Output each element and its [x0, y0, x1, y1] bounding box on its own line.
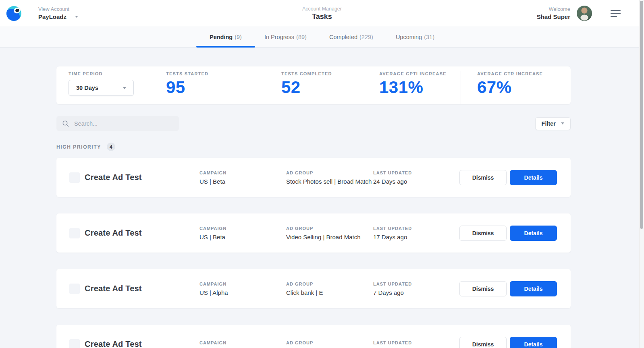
- task-thumbnail: [69, 228, 80, 238]
- details-button[interactable]: Details: [510, 226, 557, 241]
- campaign-label: CAMPAIGN: [199, 170, 286, 175]
- welcome-label: Welcome: [537, 6, 570, 12]
- chevron-down-icon: [75, 16, 78, 18]
- campaign-label: CAMPAIGN: [199, 340, 286, 345]
- tab-bar: Pending (9) In Progress (89) Completed (…: [0, 27, 644, 48]
- time-period-column: TIME PERIOD 30 Days: [56, 71, 166, 104]
- avatar[interactable]: [577, 6, 592, 21]
- task-card: Create Ad Test CAMPAIGN US | Beta AD GRO…: [56, 213, 571, 253]
- stat-value: 95: [166, 79, 265, 96]
- tab-completed[interactable]: Completed (229): [329, 27, 373, 47]
- tab-count: (89): [296, 34, 307, 40]
- task-actions: Dismiss Details: [459, 226, 571, 241]
- stat-average-cpti-increase: AVERAGE CPTI INCREASE 131%: [363, 71, 461, 104]
- stat-value: 52: [281, 79, 363, 96]
- tab-in-progress[interactable]: In Progress (89): [264, 27, 307, 47]
- task-campaign: CAMPAIGN: [199, 340, 286, 348]
- stat-label: TESTS STARTED: [166, 71, 265, 76]
- dismiss-button[interactable]: Dismiss: [459, 170, 507, 185]
- task-title: Create Ad Test: [85, 173, 142, 182]
- task-last-updated: LAST UPDATED 17 Days ago: [373, 226, 459, 240]
- dismiss-button[interactable]: Dismiss: [459, 337, 507, 348]
- toolbar: Filter: [56, 116, 571, 131]
- campaign-value: US | Beta: [199, 178, 286, 185]
- priority-count-badge: 4: [107, 143, 115, 151]
- task-ad-group: AD GROUP Stock Photos sell | Broad Match: [286, 170, 373, 185]
- ad-group-label: AD GROUP: [286, 226, 373, 231]
- ad-group-value: Video Selling | Broad Match: [286, 234, 373, 240]
- last-updated-value: 24 Days ago: [373, 178, 459, 185]
- tab-count: (229): [359, 34, 373, 40]
- task-last-updated: LAST UPDATED: [373, 340, 459, 348]
- tab-upcoming[interactable]: Upcoming (31): [396, 27, 434, 47]
- task-title: Create Ad Test: [85, 228, 142, 238]
- task-campaign: CAMPAIGN US | Beta: [199, 226, 286, 240]
- last-updated-label: LAST UPDATED: [373, 170, 459, 175]
- campaign-label: CAMPAIGN: [199, 226, 286, 231]
- task-campaign: CAMPAIGN US | Beta: [199, 170, 286, 185]
- task-title: Create Ad Test: [85, 340, 142, 348]
- task-left: Create Ad Test: [56, 339, 199, 348]
- task-ad-group: AD GROUP: [286, 340, 373, 348]
- stat-value: 131%: [379, 79, 461, 96]
- task-actions: Dismiss Details: [459, 337, 571, 348]
- filter-button[interactable]: Filter: [535, 117, 571, 130]
- stat-tests-started: TESTS STARTED 95: [166, 71, 265, 104]
- search-input[interactable]: [74, 120, 167, 127]
- scrollbar-track[interactable]: [639, 0, 644, 348]
- ad-group-label: AD GROUP: [286, 170, 373, 175]
- menu-icon[interactable]: [611, 10, 621, 17]
- stat-label: TESTS COMPLETED: [281, 71, 363, 76]
- account-name: PayLoadz: [38, 13, 66, 20]
- welcome-block: Welcome Shad Super: [537, 6, 570, 20]
- tab-label: In Progress: [264, 34, 294, 40]
- header-right: Welcome Shad Super: [537, 6, 621, 21]
- last-updated-label: LAST UPDATED: [373, 340, 459, 345]
- task-card: Create Ad Test CAMPAIGN US | Alpha AD GR…: [56, 269, 571, 308]
- stats-summary-card: TIME PERIOD 30 Days TESTS STARTED 95 TES…: [56, 66, 571, 104]
- task-card: Create Ad Test CAMPAIGN AD GROUP LAST UP…: [56, 325, 571, 348]
- main-content: TIME PERIOD 30 Days TESTS STARTED 95 TES…: [56, 66, 571, 348]
- task-thumbnail: [69, 284, 80, 294]
- stat-average-ctr-increase: AVERAGE CTR INCREASE 67%: [461, 71, 571, 104]
- task-card: Create Ad Test CAMPAIGN US | Beta AD GRO…: [56, 158, 571, 197]
- high-priority-section: HIGH PRIORITY 4: [56, 143, 571, 151]
- user-name: Shad Super: [537, 13, 570, 20]
- account-dropdown[interactable]: PayLoadz: [38, 13, 78, 20]
- last-updated-value: 7 Days ago: [373, 289, 459, 296]
- header-title-block: Account Manager Tasks: [302, 6, 342, 21]
- page-title: Tasks: [302, 12, 342, 21]
- task-ad-group: AD GROUP Video Selling | Broad Match: [286, 226, 373, 240]
- details-button[interactable]: Details: [510, 170, 557, 185]
- filter-label: Filter: [542, 120, 556, 127]
- chevron-down-icon: [561, 122, 564, 124]
- stat-value: 67%: [477, 79, 571, 96]
- search-icon: [62, 120, 69, 127]
- ad-group-label: AD GROUP: [286, 282, 373, 286]
- app-logo-icon[interactable]: [6, 6, 21, 21]
- details-button[interactable]: Details: [510, 281, 557, 296]
- task-actions: Dismiss Details: [459, 170, 571, 185]
- search-box: [56, 116, 179, 131]
- ad-group-value: Stock Photos sell | Broad Match: [286, 178, 373, 185]
- dismiss-button[interactable]: Dismiss: [459, 281, 507, 296]
- ad-group-value: Click bank | E: [286, 289, 373, 296]
- time-period-select[interactable]: 30 Days: [69, 80, 134, 96]
- tab-pending[interactable]: Pending (9): [210, 27, 242, 47]
- details-button[interactable]: Details: [510, 337, 557, 348]
- stat-tests-completed: TESTS COMPLETED 52: [265, 71, 363, 104]
- time-period-value: 30 Days: [76, 85, 98, 91]
- task-title: Create Ad Test: [85, 284, 142, 293]
- campaign-value: US | Beta: [199, 234, 286, 240]
- scrollbar-thumb[interactable]: [640, 1, 643, 229]
- campaign-label: CAMPAIGN: [199, 282, 286, 286]
- task-last-updated: LAST UPDATED 7 Days ago: [373, 282, 459, 296]
- tab-label: Completed: [329, 34, 357, 40]
- dismiss-button[interactable]: Dismiss: [459, 226, 507, 241]
- task-thumbnail: [69, 339, 80, 348]
- stat-label: AVERAGE CPTI INCREASE: [379, 71, 461, 76]
- task-thumbnail: [69, 172, 80, 183]
- tab-label: Pending: [210, 34, 233, 40]
- ad-group-label: AD GROUP: [286, 340, 373, 345]
- last-updated-label: LAST UPDATED: [373, 282, 459, 286]
